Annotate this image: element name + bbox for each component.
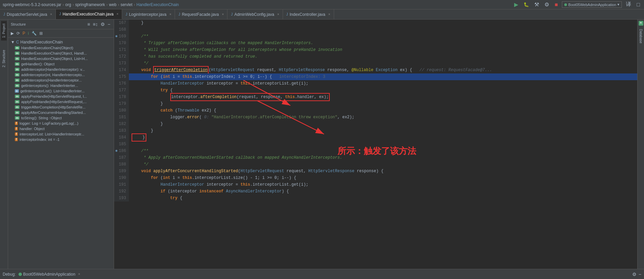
ln-181: 181 bbox=[115, 114, 126, 121]
file-icon-4: J bbox=[231, 12, 232, 16]
chevron-down-icon: ▾ bbox=[617, 2, 619, 7]
code-line-185 bbox=[129, 141, 637, 148]
badge-f: f bbox=[15, 138, 18, 141]
run-config-selector[interactable]: Boot05WebAdminApplication ▾ bbox=[562, 1, 622, 8]
file-icon-5: J bbox=[286, 12, 288, 16]
tree-item-14[interactable]: f logger: Log = LogFactory.getLog(...) bbox=[8, 121, 114, 126]
maven-icon[interactable]: M bbox=[639, 21, 643, 26]
close-icon-4[interactable]: × bbox=[277, 12, 279, 16]
path-servlet: servlet bbox=[120, 2, 132, 7]
ln-187: 187 bbox=[115, 154, 126, 161]
item-label: interceptorIndex: int = -1 bbox=[20, 137, 60, 142]
tree-item-9[interactable]: m applyPreHandle(HttpServletRequest, l..… bbox=[8, 94, 114, 99]
database-label[interactable]: Database bbox=[638, 28, 643, 45]
item-label: toString(): String ↑Object bbox=[21, 116, 62, 120]
badge-m: m bbox=[15, 95, 20, 98]
stop-button[interactable]: ■ bbox=[553, 1, 559, 9]
tree-item-16[interactable]: f interceptorList: List<HandlerIntercept… bbox=[8, 131, 114, 137]
sidebar-tool-1[interactable]: ▶ bbox=[10, 30, 14, 36]
code-line-191: HandlerInterceptor interceptor = this.in… bbox=[129, 181, 637, 188]
path-org: org bbox=[65, 2, 71, 7]
structure-tab[interactable]: 2: Structure bbox=[1, 47, 7, 70]
code-wrapper: 167 168 ◉169 170 171 172 173 174 175 176… bbox=[114, 20, 637, 269]
top-bar: spring-webmvc-5.3.2-sources.jar › org › … bbox=[0, 0, 644, 9]
translate-icon[interactable]: 译 bbox=[624, 0, 633, 9]
code-line-181: logger.error( 0: "HandlerInterceptor.aft… bbox=[129, 114, 637, 121]
tab-adminwebconfig[interactable]: J AdminWebConfig.java × bbox=[227, 9, 283, 19]
ln-186: ◉186 bbox=[115, 148, 126, 154]
badge-m: m bbox=[15, 52, 20, 55]
ln-174: 174 bbox=[115, 67, 126, 73]
run-button[interactable]: ▶ bbox=[513, 0, 520, 9]
sidebar-settings[interactable]: ⚙ bbox=[100, 21, 106, 28]
debug-bar: Debug: Boot05WebAdminApplication × ⚙ − bbox=[0, 269, 644, 279]
ln-192: 192 bbox=[115, 188, 126, 195]
debug-button[interactable]: 🐛 bbox=[522, 1, 530, 8]
tree-item-13[interactable]: m toString(): String ↑Object bbox=[8, 115, 114, 121]
sidebar-tool-2[interactable]: ⟳ bbox=[16, 30, 21, 36]
tree-item-0[interactable]: m HandlerExecutionChain(Object) bbox=[8, 45, 114, 51]
tab-handlerexecutionchain[interactable]: J HandlerExecutionChain.java × bbox=[56, 9, 122, 19]
tree-expand-icon: ▼ bbox=[11, 40, 15, 44]
tab-indexcontroller[interactable]: J IndexController.java × bbox=[283, 9, 334, 19]
tree-item-17[interactable]: f interceptorIndex: int = -1 bbox=[8, 137, 114, 142]
sidebar-close[interactable]: − bbox=[107, 21, 111, 28]
toolbar-right: ▶ 🐛 ⚒ ⚙ ■ Boot05WebAdminApplication ▾ 译 … bbox=[513, 0, 641, 9]
settings-button[interactable]: ⚙ bbox=[543, 0, 550, 9]
debug-dot bbox=[19, 273, 22, 276]
tab-logininterceptor[interactable]: J LoginInterceptor.java × bbox=[122, 9, 175, 19]
sidebar-tool-4[interactable]: i bbox=[27, 30, 30, 36]
tree-item-12[interactable]: m applyAfterConcurrentHandlingStarted... bbox=[8, 110, 114, 115]
close-icon-5[interactable]: × bbox=[328, 12, 330, 16]
sidebar-tool-5[interactable]: 🔧 bbox=[31, 30, 37, 36]
code-area[interactable]: 167 168 ◉169 170 171 172 173 174 175 176… bbox=[114, 20, 637, 202]
tab-requestfacade[interactable]: J RequestFacade.java × bbox=[175, 9, 227, 19]
sidebar-tool-3[interactable]: P bbox=[22, 30, 26, 36]
close-icon-active[interactable]: × bbox=[116, 12, 118, 16]
tab-dispatcherservlet[interactable]: J DispatcherServlet.java × bbox=[0, 9, 56, 19]
window-max[interactable]: □ bbox=[635, 1, 641, 9]
close-icon-2[interactable]: × bbox=[170, 12, 172, 16]
tree-item-4[interactable]: m addInterceptor(HandlerInterceptor): v.… bbox=[8, 67, 114, 72]
ln-171: 171 bbox=[115, 46, 126, 53]
sidebar-btn-1[interactable]: ≡ bbox=[86, 21, 91, 28]
tree-item-7[interactable]: m getInterceptors(): HandlerInterter... bbox=[8, 83, 114, 88]
tree-item-5[interactable]: m addInterceptor(int, HandlerIntercepto.… bbox=[8, 72, 114, 78]
badge-m: m bbox=[15, 111, 20, 114]
tree-item-10[interactable]: m applyPostHandle(HttpServletRequest,... bbox=[8, 99, 114, 104]
debug-app-name: Boot05WebAdminApplication bbox=[23, 272, 75, 277]
close-icon-3[interactable]: × bbox=[222, 12, 224, 16]
badge-m: m bbox=[15, 46, 20, 50]
build-button[interactable]: ⚒ bbox=[533, 0, 540, 9]
sidebar-header: Structure ≡ ≡↕ ⚙ − bbox=[8, 20, 114, 29]
tree-item-1[interactable]: m HandlerExecutionChain(Object, Handl... bbox=[8, 51, 114, 56]
badge-m: m bbox=[15, 116, 20, 120]
tree-root-item[interactable]: ▼ C HandlerExecutionChain bbox=[8, 39, 114, 45]
ln-168: 168 bbox=[115, 26, 126, 33]
debug-close[interactable]: × bbox=[78, 272, 80, 276]
code-line-176: HandlerInterceptor interceptor = this.in… bbox=[129, 80, 637, 87]
run-config-label: Boot05WebAdminApplication bbox=[568, 3, 616, 7]
debug-minus[interactable]: − bbox=[639, 272, 641, 277]
left-tabs: 1: Project 2: Structure bbox=[0, 20, 8, 269]
close-icon[interactable]: × bbox=[50, 12, 52, 16]
debug-gear[interactable]: ⚙ bbox=[632, 272, 637, 277]
tree-item-6[interactable]: m addInterceptors(HandlerInterceptor... bbox=[8, 78, 114, 83]
debug-app: Boot05WebAdminApplication × bbox=[19, 272, 80, 277]
sidebar-btn-2[interactable]: ≡↕ bbox=[92, 21, 99, 28]
item-label: triggerAfterCompletion(HttpServletRe... bbox=[21, 105, 85, 109]
code-line-172: * has successfully completed and returne… bbox=[129, 53, 637, 60]
tree-item-8[interactable]: o getInterceptorList(): List<HandlerInte… bbox=[8, 88, 114, 94]
project-tab[interactable]: 1: Project bbox=[1, 21, 7, 40]
tree-item-15[interactable]: f handler: Object bbox=[8, 126, 114, 131]
item-label: handler: Object bbox=[20, 127, 45, 131]
ln-175: 175 bbox=[115, 73, 126, 80]
ln-169: ◉169 bbox=[115, 33, 126, 40]
ln-193: 193 bbox=[115, 195, 126, 202]
tree-item-3[interactable]: m getHandler(): Object bbox=[8, 61, 114, 67]
tree-item-2[interactable]: m HandlerExecutionChain(Object, List<H..… bbox=[8, 56, 114, 61]
ln-182: 182 bbox=[115, 121, 126, 127]
item-label: interceptorList: List<HandlerInterceptr.… bbox=[20, 132, 84, 136]
tree-item-11[interactable]: m triggerAfterCompletion(HttpServletRe..… bbox=[8, 104, 114, 110]
sidebar-tool-6[interactable]: ⊞ bbox=[39, 30, 43, 36]
